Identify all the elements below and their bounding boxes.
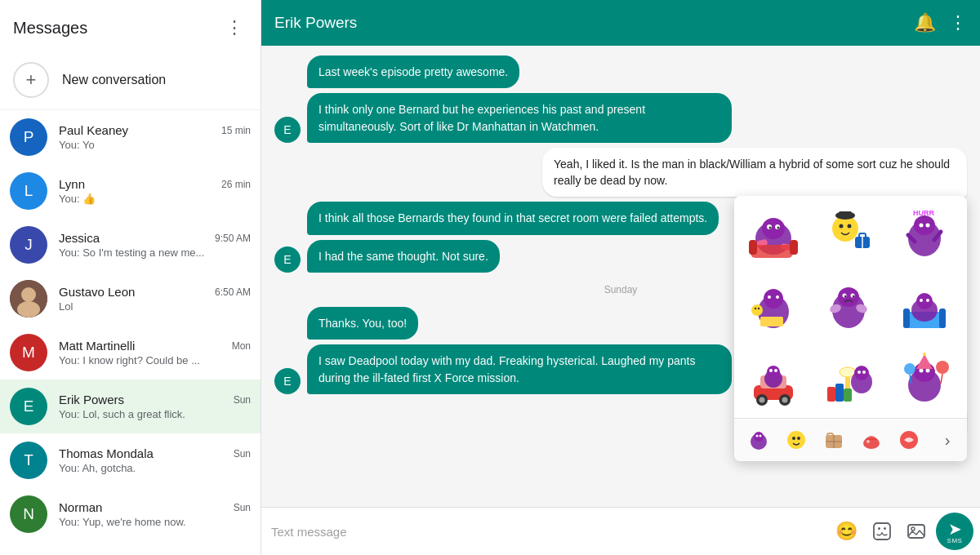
chat-more-button[interactable]: ⋮: [949, 12, 967, 33]
svg-point-61: [769, 369, 773, 372]
svg-point-69: [854, 366, 869, 380]
main-content: Last week's episode pretty awesome. E I …: [261, 46, 980, 507]
conv-name-erik-powers: Erik Powers: [59, 393, 124, 406]
svg-rect-48: [939, 309, 946, 328]
svg-point-86: [760, 435, 762, 437]
conv-name-matt-martinelli: Matt Martinelli: [59, 339, 135, 353]
sticker-8[interactable]: [813, 343, 884, 415]
svg-point-16: [840, 224, 844, 229]
sticker-1[interactable]: [737, 199, 809, 271]
avatar-thomas-mondala: T: [10, 442, 47, 479]
sticker-6[interactable]: [889, 271, 960, 343]
input-area: 😊 ➤ SMS: [261, 507, 980, 555]
svg-rect-22: [839, 211, 852, 218]
msg-avatar-m2: E: [274, 117, 301, 143]
message-row-m2: E I think only one Bernard but he experi…: [274, 93, 967, 143]
svg-rect-67: [844, 388, 852, 402]
conversation-item-paul-keaney[interactable]: P Paul Keaney 15 min You: Yo: [0, 110, 261, 164]
conv-name-norman: Norman: [59, 500, 102, 514]
svg-point-52: [926, 299, 929, 302]
sticker-button[interactable]: [867, 517, 897, 546]
svg-point-37: [758, 308, 760, 309]
conv-preview-lynn: You: 👍: [59, 193, 251, 205]
svg-rect-65: [827, 387, 835, 402]
sticker-footer-3[interactable]: [816, 422, 852, 458]
send-button[interactable]: ➤ SMS: [936, 513, 973, 550]
conv-info-norman: Norman Sun You: Yup, we're home now.: [59, 500, 251, 528]
sticker-3[interactable]: HURR: [889, 199, 960, 271]
svg-point-39: [838, 287, 859, 307]
conv-preview-paul-keaney: You: Yo: [59, 139, 251, 151]
main-chat: Erik Powers 🔔 ⋮ Last week's episode pret…: [261, 0, 980, 555]
svg-point-35: [751, 304, 763, 316]
conversation-item-matt-martinelli[interactable]: M Matt Martinelli Mon You: I know right?…: [0, 326, 261, 380]
svg-point-95: [866, 440, 870, 443]
conv-name-gustavo-leon: Gustavo Leon: [59, 285, 135, 299]
sidebar-more-button[interactable]: ⋮: [221, 15, 247, 41]
conv-info-matt-martinelli: Matt Martinelli Mon You: I know right? C…: [59, 339, 251, 366]
conv-preview-matt-martinelli: You: I know right? Could be ...: [59, 354, 251, 366]
sticker-footer-4[interactable]: [853, 422, 889, 458]
new-conversation-button[interactable]: + New conversation: [0, 51, 261, 110]
conv-name-paul-keaney: Paul Keaney: [59, 123, 128, 137]
conv-time-erik-powers: Sun: [234, 394, 251, 406]
svg-point-36: [755, 308, 756, 309]
conv-time-gustavo-leon: 6:50 AM: [215, 286, 251, 298]
bubble-m4: I think all those Bernards they found in…: [307, 202, 719, 234]
conv-time-jessica: 9:50 AM: [215, 233, 251, 244]
svg-point-56: [760, 397, 765, 403]
svg-point-2: [17, 301, 40, 317]
notification-icon[interactable]: 🔔: [914, 12, 936, 33]
sticker-grid: HURR: [734, 196, 967, 418]
svg-point-75: [925, 369, 929, 373]
conversation-item-jessica[interactable]: J Jessica 9:50 AM You: So I'm testing a …: [0, 218, 261, 272]
bubble-m2: I think only one Bernard but he experien…: [307, 93, 732, 143]
conversation-item-norman[interactable]: N Norman Sun You: Yup, we're home now.: [0, 487, 261, 541]
sticker-footer-2[interactable]: [778, 422, 814, 458]
conv-preview-norman: You: Yup, we're home now.: [59, 516, 251, 528]
sidebar-header: Messages ⋮: [0, 0, 261, 51]
svg-point-84: [754, 432, 764, 442]
sidebar: Messages ⋮ + New conversation P Paul Kea…: [0, 0, 261, 555]
sticker-4[interactable]: [737, 271, 809, 343]
bubble-m3: Yeah, I liked it. Is the man in black/Wi…: [542, 148, 967, 198]
image-button[interactable]: [902, 517, 931, 546]
conv-info-thomas-mondala: Thomas Mondala Sun You: Ah, gotcha.: [59, 446, 251, 474]
conv-time-norman: Sun: [234, 502, 251, 513]
svg-line-80: [941, 374, 942, 384]
conversation-item-thomas-mondala[interactable]: T Thomas Mondala Sun You: Ah, gotcha.: [0, 433, 261, 487]
svg-rect-13: [749, 240, 757, 255]
msg-avatar-m5: E: [274, 246, 301, 273]
text-message-input[interactable]: [268, 518, 826, 545]
sticker-footer-1[interactable]: [741, 422, 777, 458]
svg-point-24: [914, 215, 935, 235]
sticker-9[interactable]: [889, 343, 960, 415]
new-conversation-label: New conversation: [62, 73, 166, 87]
sticker-footer-5[interactable]: [891, 422, 927, 458]
svg-point-51: [920, 299, 923, 302]
svg-point-62: [774, 369, 777, 372]
send-icon: ➤: [948, 519, 962, 539]
bubble-m7: Thanks. You, too!: [307, 307, 418, 340]
conv-info-lynn: Lynn 26 min You: 👍: [59, 177, 251, 205]
avatar-paul-keaney: P: [10, 118, 47, 156]
svg-rect-47: [903, 309, 910, 328]
avatar-lynn: L: [10, 172, 47, 210]
chat-title: Erik Powers: [274, 14, 901, 32]
conversation-item-gustavo-leon[interactable]: Gustavo Leon 6:50 AM Lol: [0, 272, 261, 326]
sticker-7[interactable]: [737, 343, 809, 415]
avatar-jessica: J: [10, 226, 47, 264]
sticker-footer: ›: [734, 418, 967, 461]
svg-point-70: [858, 371, 861, 374]
emoji-button[interactable]: 😊: [831, 516, 862, 547]
conversation-item-erik-powers[interactable]: E Erik Powers Sun You: Lol, such a great…: [0, 380, 261, 433]
conversation-item-lynn[interactable]: L Lynn 26 min You: 👍: [0, 164, 261, 218]
sticker-5[interactable]: [813, 271, 884, 343]
sticker-2[interactable]: [813, 199, 884, 271]
conv-preview-erik-powers: You: Lol, such a great flick.: [59, 408, 251, 420]
sticker-scroll-button[interactable]: ›: [934, 427, 960, 453]
svg-marker-76: [916, 354, 933, 369]
conv-info-jessica: Jessica 9:50 AM You: So I'm testing a ne…: [59, 231, 251, 259]
svg-rect-97: [874, 523, 890, 539]
svg-point-81: [904, 363, 915, 375]
